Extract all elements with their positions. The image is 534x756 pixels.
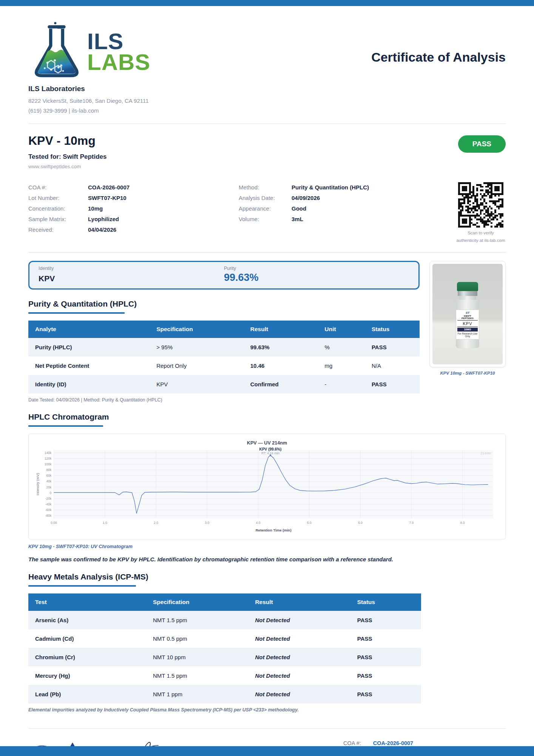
table-cell: Purity (HPLC) xyxy=(28,338,150,356)
heavy-metals-heading: Heavy Metals Analysis (ICP-MS) xyxy=(28,572,421,581)
status-cell: PASS xyxy=(365,338,420,356)
coa-number: COA-2026-0007 xyxy=(373,740,413,746)
lab-name: ILS Laboratories xyxy=(28,85,506,93)
logo-word-labs: LABS xyxy=(87,52,150,73)
svg-text:KPV — UV 214nm: KPV — UV 214nm xyxy=(247,440,287,446)
table-cell: Cadmium (Cd) xyxy=(28,629,146,648)
status-cell: PASS xyxy=(350,685,421,703)
svg-text:8.0: 8.0 xyxy=(460,521,465,525)
identity-label: Identity xyxy=(39,266,224,271)
table-row: Purity (HPLC) > 95% 99.63% % PASS xyxy=(28,338,420,356)
swift-peptides-mini-logo-icon: ST xyxy=(456,311,479,314)
column-header: Result xyxy=(244,321,318,338)
info-value: 3mL xyxy=(292,216,303,222)
table-row: Lead (Pb) NMT 1 ppm Not Detected PASS xyxy=(28,685,421,703)
status-cell: PASS xyxy=(350,611,421,629)
divider xyxy=(28,252,506,253)
product-hero: KPV - 10mg Tested for: Swift Peptides ww… xyxy=(28,134,506,169)
table-cell: > 95% xyxy=(150,338,244,356)
identity-purity-box: Identity KPV Purity 99.63% xyxy=(28,261,420,290)
table-cell: Not Detected xyxy=(248,685,350,703)
svg-text:0: 0 xyxy=(50,491,52,495)
svg-text:40k: 40k xyxy=(46,479,52,483)
vial-caption: KPV 10mg - SWFT07-KP10 xyxy=(429,371,506,375)
qr-caption-2: authenticity at ils-lab.com xyxy=(456,237,506,245)
column-header: Status xyxy=(365,321,420,338)
section-underline xyxy=(28,585,136,587)
info-value: Good xyxy=(292,205,306,212)
hplc-footnote: Date Tested: 04/09/2026 | Method: Purity… xyxy=(28,397,420,403)
identity-value: KPV xyxy=(39,274,224,283)
chromatogram-caption: KPV 10mg - SWFT07-KP10: UV Chromatogram xyxy=(28,544,506,549)
column-header: Analyte xyxy=(28,321,150,338)
column-header: Test xyxy=(28,593,146,611)
table-row: Net Peptide Content Report Only 10.46 mg… xyxy=(28,356,420,375)
table-cell: - xyxy=(318,375,365,393)
info-row: Method:Purity & Quantitation (HPLC) xyxy=(239,182,449,193)
svg-text:120k: 120k xyxy=(45,457,52,460)
svg-text:1.0: 1.0 xyxy=(103,521,107,525)
table-cell: KPV xyxy=(150,375,244,393)
info-row: Volume:3mL xyxy=(239,214,449,225)
svg-text:20k: 20k xyxy=(46,485,52,489)
table-cell: Arsenic (As) xyxy=(28,611,146,629)
top-accent-bar xyxy=(0,0,534,6)
info-value: 04/04/2026 xyxy=(88,226,116,233)
bottom-accent-bar xyxy=(0,746,534,756)
svg-text:Retention Time (min): Retention Time (min) xyxy=(256,528,292,532)
info-label: Appearance: xyxy=(239,205,292,212)
info-row: Analysis Date:04/09/2026 xyxy=(239,193,449,203)
info-label: Volume: xyxy=(239,216,292,222)
vial-crimp xyxy=(458,291,477,296)
info-label: Received: xyxy=(28,226,88,233)
pass-badge: PASS xyxy=(458,135,506,153)
info-value: Purity & Quantitation (HPLC) xyxy=(292,184,369,191)
info-value: COA-2026-0007 xyxy=(88,184,130,191)
purity-value: 99.63% xyxy=(224,272,409,284)
info-label: COA #: xyxy=(28,184,88,191)
identification-statement: The sample was confirmed to be KPV by HP… xyxy=(28,556,506,562)
status-cell: PASS xyxy=(365,375,420,393)
table-row: Cadmium (Cd) NMT 0.5 ppm Not Detected PA… xyxy=(28,629,421,648)
status-cell: PASS xyxy=(350,648,421,666)
sample-info-section: COA #:COA-2026-0007 Lot Number:SWFT07-KP… xyxy=(28,182,506,245)
info-label: Lot Number: xyxy=(28,195,88,201)
table-cell: Not Detected xyxy=(248,611,350,629)
verification-label: COA #: xyxy=(343,740,361,746)
svg-text:-40k: -40k xyxy=(45,502,52,506)
info-row: Sample Matrix:Lyophilized xyxy=(28,214,239,225)
svg-text:60k: 60k xyxy=(46,474,52,477)
table-cell: NMT 10 ppm xyxy=(146,648,248,666)
vial-neck xyxy=(459,296,476,300)
info-value: 10mg xyxy=(88,205,103,212)
status-cell: N/A xyxy=(365,356,420,375)
table-cell: NMT 0.5 ppm xyxy=(146,629,248,648)
info-label: Concentration: xyxy=(28,205,88,212)
vial-cap xyxy=(457,282,478,291)
vial-strength: 10MG xyxy=(457,328,478,332)
table-row: Chromium (Cr) NMT 10 ppm Not Detected PA… xyxy=(28,648,421,666)
info-label: Analysis Date: xyxy=(239,195,292,201)
table-cell: Lead (Pb) xyxy=(28,685,146,703)
table-cell: mg xyxy=(318,356,365,375)
hplc-section-heading: Purity & Quantitation (HPLC) xyxy=(28,299,420,308)
info-column-left: COA #:COA-2026-0007 Lot Number:SWFT07-KP… xyxy=(28,182,239,245)
svg-text:5.0: 5.0 xyxy=(307,521,312,525)
divider xyxy=(28,124,506,124)
chromatogram-card: KPV — UV 214nm214nm-80k-60k-40k-20k020k4… xyxy=(28,434,506,539)
svg-text:214nm: 214nm xyxy=(480,451,491,455)
status-cell: PASS xyxy=(350,666,421,685)
table-cell: % xyxy=(318,338,365,356)
table-cell: NMT 1.5 ppm xyxy=(146,611,248,629)
heavy-metals-footnote: Elemental impurities analyzed by Inducti… xyxy=(28,707,421,713)
info-label: Method: xyxy=(239,184,292,191)
vial-body: ST SWIFT PEPTIDES KPV 10MG For Research … xyxy=(456,300,479,348)
header: ILS LABS Certificate of Analysis xyxy=(28,6,506,78)
table-cell: Report Only xyxy=(150,356,244,375)
table-row: Identity (ID) KPV Confirmed - PASS xyxy=(28,375,420,393)
table-cell: NMT 1 ppm xyxy=(146,685,248,703)
product-title: KPV - 10mg xyxy=(28,134,107,148)
heavy-metals-table: Test Specification Result Status Arsenic… xyxy=(28,593,421,703)
info-row: Concentration:10mg xyxy=(28,203,239,214)
column-header: Status xyxy=(350,593,421,611)
